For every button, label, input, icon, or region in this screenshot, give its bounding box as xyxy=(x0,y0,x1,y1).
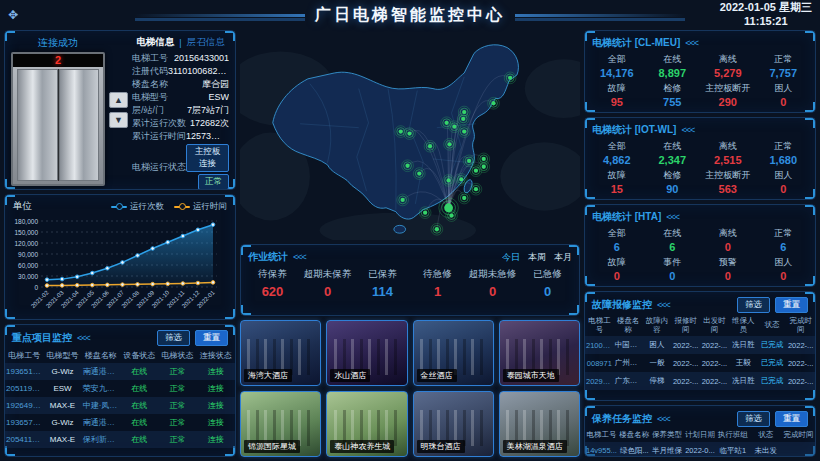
date-label: 2022-01-05 星期三 xyxy=(720,1,812,15)
map-marker[interactable] xyxy=(407,131,411,135)
project-photo-card[interactable]: 金丝酒店 xyxy=(413,320,494,386)
table-row[interactable]: 21000...中国人...困人2022-...2022-...冼日胜已完成20… xyxy=(585,336,815,354)
elevator-stats-panel-1: 电梯统计 [IOT-WL]<<<全部4,862在线2,347离线2,515正常1… xyxy=(584,117,816,200)
map-marker[interactable] xyxy=(428,144,432,148)
collapse-arrows[interactable]: <<< xyxy=(657,414,670,424)
legend-item[interactable]: 运行时间 xyxy=(174,201,227,213)
table-row[interactable]: 20295...广东省...停梯2022-...2022-...冼日胜已完成20… xyxy=(585,372,815,390)
svg-text:150,000: 150,000 xyxy=(15,229,39,236)
table-cell: 荣安九龙... xyxy=(82,380,120,397)
stat-label: 故障 xyxy=(589,169,645,182)
map-marker[interactable] xyxy=(447,142,451,146)
map-marker[interactable] xyxy=(467,159,471,163)
map-marker[interactable] xyxy=(435,227,439,231)
job-tab-本月[interactable]: 本月 xyxy=(554,251,572,264)
mainboard-connect-button[interactable]: 主控板连接 xyxy=(186,144,229,172)
job-tab-今日[interactable]: 今日 xyxy=(502,251,520,264)
stat-item: 离线2,515 xyxy=(700,140,756,166)
project-photo-card[interactable]: 海湾大酒店 xyxy=(240,320,321,386)
map-marker[interactable] xyxy=(423,211,427,215)
map-marker[interactable] xyxy=(444,121,448,125)
stat-item: 预警0 xyxy=(700,256,756,282)
map-marker[interactable] xyxy=(417,171,421,175)
stat-item: 正常1,680 xyxy=(756,140,812,166)
stat-label: 预警 xyxy=(700,256,756,269)
reset-button[interactable]: 重置 xyxy=(775,411,808,427)
project-photo-card[interactable]: 锦源国际星城 xyxy=(240,391,321,457)
field-label: 层/站/门 xyxy=(132,104,164,117)
table-row[interactable]: 14v955...绿色阳...半月维保2022-0...临平站1未出发 xyxy=(585,442,815,457)
job-stat-item: 超期未急修0 xyxy=(465,268,520,299)
table-row[interactable]: 19365133...G-Wiz南通港闸...在线正常连接 xyxy=(5,363,235,380)
time-label: 11:15:21 xyxy=(720,15,812,29)
page-title: 广日电梯智能监控中心 xyxy=(315,5,505,26)
map-marker[interactable] xyxy=(459,177,463,181)
project-photo-card[interactable]: 泰山神农养生城 xyxy=(326,391,407,457)
elevator-field-row: 楼盘名称摩合园 xyxy=(132,78,229,91)
stat-label: 全部 xyxy=(589,140,645,153)
floor-up-button[interactable]: ▲ xyxy=(109,92,128,108)
collapse-arrows[interactable]: <<< xyxy=(293,252,306,262)
map-marker[interactable] xyxy=(401,198,405,202)
project-photo-card[interactable]: 明珠台酒店 xyxy=(413,391,494,457)
table-row[interactable]: 008971广州美...一般2022-...2022-...王毅已完成2022-… xyxy=(585,354,815,372)
stat-label: 在线 xyxy=(645,53,701,66)
table-row[interactable]: 19365733...G-Wiz南通港闸...在线正常连接 xyxy=(5,414,235,431)
tab-floor-call[interactable]: 层召信息 xyxy=(187,36,225,49)
column-header: 状态 xyxy=(749,429,782,442)
project-photo-card[interactable]: 美林湖温泉酒店 xyxy=(499,391,580,457)
svg-text:0: 0 xyxy=(34,284,38,291)
collapse-arrows[interactable]: <<< xyxy=(685,38,698,48)
map-marker[interactable] xyxy=(405,164,409,168)
map-marker[interactable] xyxy=(399,129,403,133)
table-row[interactable]: 20511933...ESW荣安九龙...在线正常连接 xyxy=(5,380,235,397)
stat-item: 主控板断开290 xyxy=(700,82,756,108)
map-hub-marker[interactable] xyxy=(444,203,453,212)
tab-elevator-info[interactable]: 电梯信息 xyxy=(136,36,174,49)
status-normal-button[interactable]: 正常 xyxy=(198,174,229,190)
job-stat-label: 待保养 xyxy=(245,268,300,281)
field-value: ESW xyxy=(208,91,229,104)
map-marker[interactable] xyxy=(508,76,512,80)
table-row[interactable]: 20541133...MAX-E保利新时...在线正常连接 xyxy=(5,431,235,448)
elevator-field-row: 电梯型号ESW xyxy=(132,91,229,104)
taiwan-island xyxy=(463,179,474,194)
project-photo-card[interactable]: 水山酒店 xyxy=(326,320,407,386)
stat-item: 全部6 xyxy=(589,227,645,253)
legend-item[interactable]: 运行次数 xyxy=(111,201,164,213)
reset-button[interactable]: 重置 xyxy=(775,297,808,313)
map-marker[interactable] xyxy=(452,125,456,129)
collapse-arrows[interactable]: <<< xyxy=(657,300,670,310)
reset-button[interactable]: 重置 xyxy=(195,330,228,346)
map-marker[interactable] xyxy=(474,169,478,173)
elevator-tabs: 电梯信息|层召信息 xyxy=(132,36,229,49)
collapse-arrows[interactable]: <<< xyxy=(77,333,90,343)
map-marker[interactable] xyxy=(482,165,486,169)
collapse-arrows[interactable]: <<< xyxy=(666,212,679,222)
job-stat-value: 0 xyxy=(520,284,575,299)
map-marker[interactable] xyxy=(491,101,495,105)
collapse-arrows[interactable]: <<< xyxy=(681,125,694,135)
move-icon[interactable]: ✥ xyxy=(8,8,28,22)
table-cell: 连接 xyxy=(197,414,235,431)
job-stat-item: 已保养114 xyxy=(355,268,410,299)
map-marker[interactable] xyxy=(446,178,450,182)
job-tab-本周[interactable]: 本周 xyxy=(528,251,546,264)
map-marker[interactable] xyxy=(462,196,466,200)
filter-button[interactable]: 筛选 xyxy=(737,411,770,427)
stat-label: 主控板断开 xyxy=(700,169,756,182)
table-row[interactable]: 19264933...MAX-E中建·凤凰台在线正常连接 xyxy=(5,397,235,414)
map-marker[interactable] xyxy=(461,117,465,121)
project-photo-card[interactable]: 泰园城市天地 xyxy=(499,320,580,386)
map-marker[interactable] xyxy=(462,129,466,133)
stat-value: 1,680 xyxy=(756,154,812,166)
floor-down-button[interactable]: ▼ xyxy=(109,112,128,128)
map-marker[interactable] xyxy=(474,187,478,191)
filter-button[interactable]: 筛选 xyxy=(737,297,770,313)
stat-label: 困人 xyxy=(756,169,812,182)
job-stat-item: 已急修0 xyxy=(520,268,575,299)
table-cell: 南通港闸... xyxy=(82,363,120,380)
project-photo-grid: 海湾大酒店水山酒店金丝酒店泰园城市天地锦源国际星城泰山神农养生城明珠台酒店美林湖… xyxy=(240,320,580,457)
filter-button[interactable]: 筛选 xyxy=(157,330,190,346)
elevator-door-right xyxy=(59,69,100,181)
